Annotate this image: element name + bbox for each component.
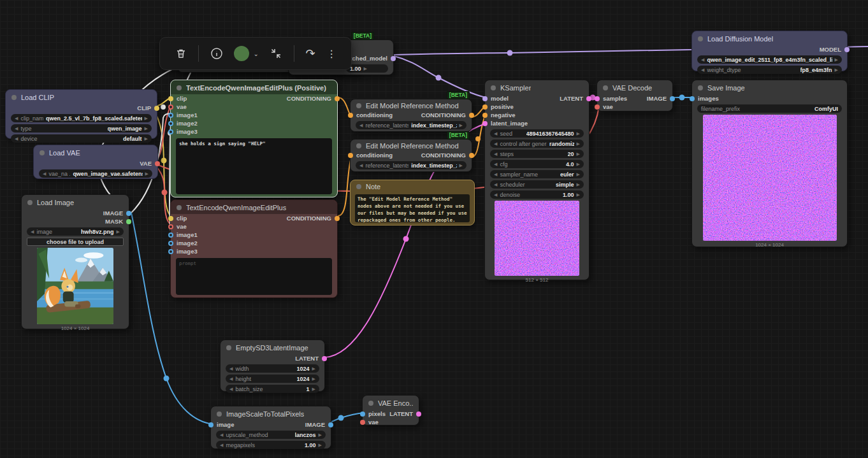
output-clip[interactable]: CLIP bbox=[137, 104, 153, 111]
port-dot[interactable] bbox=[322, 356, 327, 361]
port-dot[interactable] bbox=[168, 249, 173, 254]
collapse-dot[interactable] bbox=[40, 150, 45, 155]
arrow-right-icon[interactable]: ▶ bbox=[312, 387, 315, 392]
widget-denoise[interactable]: ◀denoise1.00▶ bbox=[490, 190, 584, 199]
collapse-dot[interactable] bbox=[27, 200, 33, 205]
arrow-right-icon[interactable]: ▶ bbox=[577, 141, 580, 147]
input-pixels[interactable]: pixels bbox=[366, 410, 386, 417]
arrow-left-icon[interactable]: ◀ bbox=[494, 182, 497, 187]
arrow-right-icon[interactable]: ▶ bbox=[577, 172, 580, 177]
input-vae[interactable]: vae bbox=[601, 103, 613, 110]
prompt-textarea[interactable]: prompt bbox=[176, 258, 332, 295]
collapse-dot[interactable] bbox=[356, 103, 361, 108]
port-dot[interactable] bbox=[168, 96, 173, 101]
arrow-right-icon[interactable]: ▶ bbox=[145, 171, 148, 176]
input-vae[interactable]: vae bbox=[175, 103, 187, 110]
input-samples[interactable]: samples bbox=[601, 95, 627, 102]
output-latent[interactable]: LATENT bbox=[560, 95, 585, 102]
output-image[interactable]: IMAGE bbox=[103, 210, 125, 217]
output-vae[interactable]: VAE bbox=[140, 160, 154, 167]
widget-clip-name[interactable]: ◀ clip_name qwen_2.5_vl_7b_fp8_scaled.sa… bbox=[11, 114, 152, 122]
input-negative[interactable]: negative bbox=[489, 111, 516, 118]
output-model[interactable]: MODEL bbox=[820, 46, 843, 53]
arrow-right-icon[interactable]: ▶ bbox=[364, 66, 367, 71]
widget-width[interactable]: ◀width1024▶ bbox=[226, 364, 319, 373]
reroute-dot[interactable] bbox=[164, 376, 170, 382]
reroute-dot[interactable] bbox=[403, 236, 409, 242]
trash-icon[interactable] bbox=[175, 47, 187, 60]
link-negative-cond[interactable] bbox=[338, 157, 351, 216]
input-images[interactable]: images bbox=[696, 95, 719, 102]
input-clip[interactable]: clip bbox=[175, 215, 187, 222]
arrow-right-icon[interactable]: ▶ bbox=[312, 366, 315, 371]
arrow-right-icon[interactable]: ▶ bbox=[459, 123, 463, 128]
arrow-left-icon[interactable]: ◀ bbox=[229, 387, 233, 392]
arrow-right-icon[interactable]: ▶ bbox=[319, 433, 322, 438]
port-dot[interactable] bbox=[126, 219, 131, 224]
port-dot[interactable] bbox=[482, 104, 488, 110]
collapse-dot[interactable] bbox=[491, 85, 496, 90]
upload-button[interactable]: choose file to upload bbox=[27, 238, 124, 246]
collapse-dot[interactable] bbox=[11, 95, 17, 100]
node-graph-canvas[interactable]: [BETA] patched_model 1.00 ▶ Load CLIP CL… bbox=[0, 0, 868, 458]
arrow-right-icon[interactable]: ▶ bbox=[117, 229, 120, 234]
port-dot[interactable] bbox=[844, 47, 850, 52]
collapse-dot[interactable] bbox=[368, 401, 373, 406]
widget-vae-name[interactable]: ◀ vae_na ... qwen_image_vae.safetensors … bbox=[39, 169, 152, 178]
collapse-dot[interactable] bbox=[226, 345, 231, 350]
input-latent-image[interactable]: latent_image bbox=[489, 120, 528, 127]
arrow-right-icon[interactable]: ▶ bbox=[312, 376, 315, 382]
node-save-image[interactable]: Save Image images filename_prefix ComfyU… bbox=[691, 80, 848, 247]
collapse-dot[interactable] bbox=[698, 85, 703, 90]
arrow-left-icon[interactable]: ◀ bbox=[15, 116, 18, 121]
reroute-dot[interactable] bbox=[507, 50, 513, 56]
input-positive[interactable]: positive bbox=[489, 103, 514, 110]
redo-icon[interactable]: ↷ bbox=[306, 47, 315, 61]
widget-seed[interactable]: ◀seed489416367645480▶ bbox=[490, 129, 584, 138]
kebab-menu-icon[interactable]: ⋮ bbox=[326, 48, 336, 60]
output-mask[interactable]: MASK bbox=[105, 218, 125, 225]
port-dot[interactable] bbox=[168, 121, 173, 126]
node-text-encode-negative[interactable]: TextEncodeQwenImageEditPlus clip CONDITI… bbox=[170, 199, 338, 298]
node-edit-ref-2[interactable]: [BETA] Edit Model Reference Method condi… bbox=[350, 139, 472, 172]
arrow-right-icon[interactable]: ▶ bbox=[577, 182, 580, 187]
input-image1[interactable]: image1 bbox=[175, 231, 198, 238]
output-conditioning[interactable]: CONDITIONING bbox=[287, 95, 333, 102]
arrow-right-icon[interactable]: ▶ bbox=[835, 57, 838, 62]
reroute-dot[interactable] bbox=[162, 190, 168, 196]
widget-upscale-method[interactable]: ◀upscale_methodlanczos▶ bbox=[216, 431, 326, 439]
port-dot[interactable] bbox=[348, 153, 353, 158]
widget-batch-size[interactable]: ◀batch_size1▶ bbox=[226, 385, 319, 393]
widget-height[interactable]: ◀height1024▶ bbox=[226, 375, 319, 383]
input-conditioning[interactable]: conditioning bbox=[354, 111, 393, 118]
reroute-dot[interactable] bbox=[161, 158, 167, 164]
node-empty-sd3-latent[interactable]: EmptySD3LatentImage LATENT ◀width1024▶ ◀… bbox=[220, 340, 325, 392]
node-text-encode-positive[interactable]: TextEncodeQwenImageEditPlus (Positive) c… bbox=[170, 80, 338, 197]
link-patched-model-to-ksampler[interactable] bbox=[394, 56, 486, 97]
arrow-left-icon[interactable]: ◀ bbox=[229, 366, 233, 371]
node-image-scale[interactable]: ImageScaleToTotalPixels image IMAGE ◀ups… bbox=[210, 406, 331, 449]
input-image3[interactable]: image3 bbox=[175, 128, 198, 135]
node-load-diffusion-model[interactable]: Load Diffusion Model MODEL ◀ qwen_image_… bbox=[691, 31, 848, 71]
port-dot[interactable] bbox=[155, 161, 160, 166]
widget-weight-dtype[interactable]: ◀ weight_dtype fp8_e4m3fn ▶ bbox=[697, 66, 842, 74]
port-dot[interactable] bbox=[482, 113, 488, 118]
port-dot[interactable] bbox=[482, 96, 488, 101]
widget-patched-value[interactable]: 1.00 ▶ bbox=[346, 64, 388, 73]
note-text[interactable]: The "Edit Model Reference Method" nodes … bbox=[355, 194, 470, 222]
node-edit-ref-1[interactable]: [BETA] Edit Model Reference Method condi… bbox=[350, 99, 472, 132]
node-load-vae[interactable]: Load VAE VAE ◀ vae_na ... qwen_image_vae… bbox=[33, 145, 158, 179]
chevron-down-icon[interactable]: ⌄ bbox=[253, 50, 258, 57]
arrow-left-icon[interactable]: ◀ bbox=[220, 433, 223, 438]
port-dot[interactable] bbox=[168, 129, 173, 134]
port-dot[interactable] bbox=[469, 113, 474, 118]
arrow-left-icon[interactable]: ◀ bbox=[494, 141, 497, 147]
port-dot[interactable] bbox=[586, 96, 591, 101]
port-dot[interactable] bbox=[348, 113, 353, 118]
port-dot[interactable] bbox=[690, 96, 695, 101]
port-dot[interactable] bbox=[391, 56, 396, 61]
port-dot[interactable] bbox=[328, 422, 333, 427]
input-image[interactable]: image bbox=[215, 421, 234, 428]
node-load-image[interactable]: Load Image IMAGE MASK ◀ image hwh8vz.png… bbox=[21, 194, 129, 329]
arrow-right-icon[interactable]: ▶ bbox=[459, 163, 463, 168]
